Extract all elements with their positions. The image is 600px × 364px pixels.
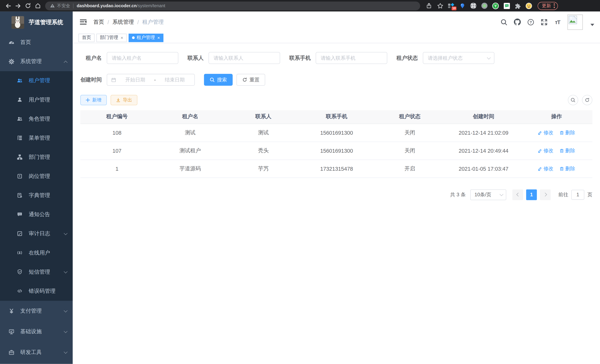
audit-log-icon [17,231,23,237]
edit-link[interactable]: 修改 [538,147,554,154]
sidebar-collapse-icon[interactable] [80,19,86,25]
forward-icon[interactable] [14,1,22,10]
extension-tabs-icon[interactable]: 10 [448,2,455,9]
goto-page-input[interactable] [571,190,584,200]
sidebar-item-system[interactable]: 系统管理 [0,52,73,71]
url-path: /system/tenant [137,3,165,8]
sidebar-item-infra[interactable]: 基础设施 [0,322,73,342]
search-icon[interactable] [501,19,507,25]
cell-phone: 15601691300 [300,123,373,141]
chevron-down-icon [487,56,491,59]
profile-avatar-icon[interactable] [525,2,532,9]
sidebar-item-devtools[interactable]: 研发工具 [0,342,73,363]
tab-dept[interactable]: 部门管理 × [96,33,127,42]
help-icon[interactable]: ? [527,19,534,25]
avatar[interactable] [568,14,583,30]
sidebar-item-dict[interactable]: 字典管理 [0,186,73,205]
export-button[interactable]: 导出 [111,95,137,105]
chat-extension-icon[interactable] [503,2,510,9]
tab-tenant[interactable]: 租户管理 × [129,33,163,42]
hide-search-button[interactable] [568,95,578,105]
edit-link[interactable]: 修改 [538,129,554,136]
status-select[interactable]: 请选择租户状态 [423,52,494,64]
breadcrumb-separator: / [108,19,109,25]
contact-input[interactable] [208,52,280,64]
sidebar-item-pay[interactable]: 支付管理 [0,301,73,321]
reset-button[interactable]: 重置 [236,74,265,86]
page-content: 租户名 联系人 联系手机 租户状态 请选择租户状态 [73,43,600,364]
next-page-button[interactable] [540,189,551,200]
security-label[interactable]: 不安全 [57,3,70,9]
balloon-extension-icon[interactable] [459,2,466,9]
cell-tenant-id: 107 [80,141,154,159]
sidebar-item-home[interactable]: 首页 [0,33,73,52]
filter-row-2: 创建时间 开始日期 - 结束日期 搜索 重置 [80,74,592,86]
font-size-icon[interactable]: тT [554,19,561,25]
page-size-select[interactable]: 10条/页 [470,189,506,200]
refresh-table-button[interactable] [582,95,592,105]
avatar-dropdown-caret-icon[interactable] [590,24,594,26]
delete-link[interactable]: 删除 [560,165,575,172]
update-label: 更新 [542,2,551,9]
col-tenant-name: 租户名 [154,110,227,123]
breadcrumb-home[interactable]: 首页 [93,19,104,25]
bookmark-star-icon[interactable] [437,2,443,9]
recorder-extension-icon[interactable] [481,2,488,9]
chrome-update-button[interactable]: 更新 [538,2,558,10]
org-chart-icon [17,154,23,160]
phone-input[interactable] [316,52,387,64]
col-actions: 操作 [521,110,592,123]
breadcrumb-system[interactable]: 系统管理 [112,19,134,25]
share-icon[interactable] [426,2,432,9]
close-icon[interactable]: × [157,35,160,40]
edit-link[interactable]: 修改 [538,165,554,172]
url-bar[interactable]: 不安全 dashboard.yudao.iocoder.cn/system/te… [45,1,420,10]
reload-icon[interactable] [24,1,32,10]
back-icon[interactable] [4,1,12,10]
home-icon[interactable] [34,1,42,10]
top-navbar: 首页 / 系统管理 / 租户管理 ? тT [73,11,600,32]
sidebar-item-menu[interactable]: 菜单管理 [0,129,73,148]
date-range-picker[interactable]: 开始日期 - 结束日期 [107,74,195,86]
search-button[interactable]: 搜索 [204,74,233,86]
fullscreen-icon[interactable] [541,19,547,25]
close-icon[interactable]: × [121,35,123,40]
download-icon [116,98,121,103]
gear-icon [8,59,14,65]
extensions-puzzle-icon[interactable] [514,2,521,9]
browser-actions: 10 Y 更新 [426,2,558,10]
col-phone: 联系手机 [300,110,373,123]
table-header-row: 租户编号 租户名 联系人 联系手机 租户状态 创建时间 操作 [80,110,592,123]
sidebar-item-error-code[interactable]: 错误码管理 [0,282,73,301]
breadcrumb-current: 租户管理 [142,19,164,25]
tab-home[interactable]: 首页 [78,33,95,42]
sidebar-item-sms[interactable]: 短信管理 [0,262,73,282]
table-row: 107 测试租户 秃头 15601691300 关闭 2021-12-14 20… [80,141,592,159]
command-extension-icon[interactable] [470,2,477,9]
sidebar-item-tenant[interactable]: 租户管理 [0,71,73,90]
add-button[interactable]: 新增 [80,95,107,105]
sidebar-item-audit-log[interactable]: 审计日志 [0,224,73,243]
chevron-down-icon [64,329,67,333]
sidebar-item-role[interactable]: 角色管理 [0,110,73,129]
date-end-placeholder: 结束日期 [159,76,190,83]
tenant-name-input[interactable] [107,52,178,64]
sidebar-item-user[interactable]: 用户管理 [0,90,73,110]
broken-image-icon [569,16,577,24]
sidebar-item-notice[interactable]: 通知公告 [0,205,73,224]
delete-link[interactable]: 删除 [560,129,575,136]
extension-badge: 10 [451,7,457,10]
prev-page-button[interactable] [512,189,523,200]
page-number-1[interactable]: 1 [526,189,537,200]
github-icon[interactable] [514,19,521,25]
sidebar-item-dept[interactable]: 部门管理 [0,148,73,167]
sidebar-item-label: 审计日志 [29,230,50,237]
reset-button-label: 重置 [250,76,260,83]
sidebar-item-online-user[interactable]: 在线用户 [0,243,73,262]
y-logo-extension-icon[interactable]: Y [492,2,499,9]
delete-link[interactable]: 删除 [560,147,575,154]
app-title: 芋道管理系统 [29,19,63,26]
app-logo: 芋道管理系统 [0,11,73,33]
sidebar-item-post[interactable]: 岗位管理 [0,167,73,186]
browser-menu-icon[interactable] [554,3,554,8]
